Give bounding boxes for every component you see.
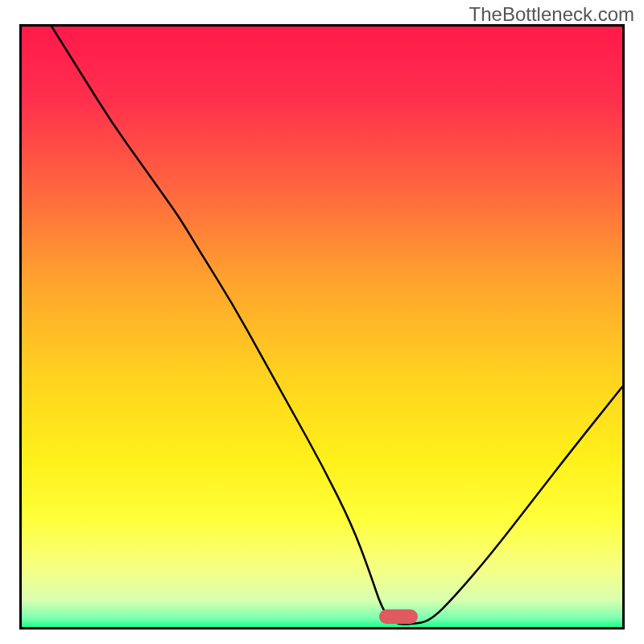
watermark-text: TheBottleneck.com (469, 3, 634, 26)
plot-frame (19, 24, 625, 630)
chart-container: TheBottleneck.com (0, 0, 644, 644)
optimal-marker (379, 609, 418, 624)
curve-line (22, 27, 622, 627)
